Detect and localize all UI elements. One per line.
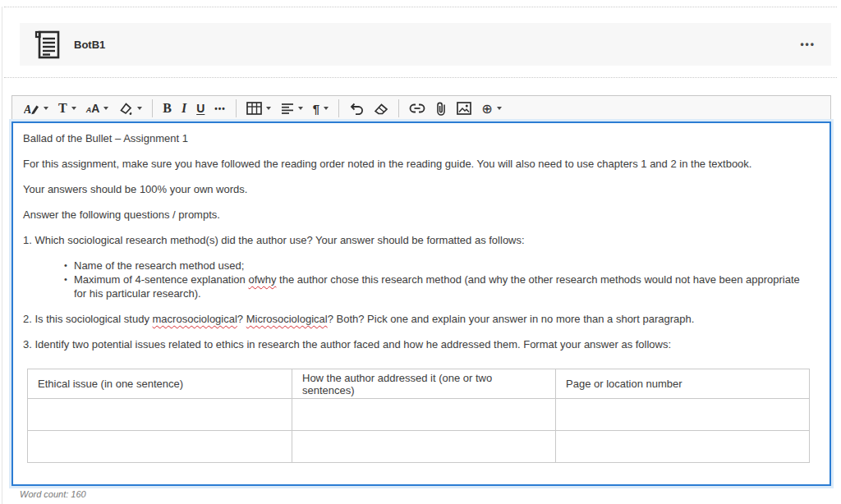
assignment-title-line: Ballad of the Bullet – Assignment 1 xyxy=(23,131,820,145)
font-family-icon: T xyxy=(58,101,67,116)
paragraph: Your answers should be 100% your own wor… xyxy=(23,182,820,196)
image-icon xyxy=(457,102,471,115)
question-2: 2. Is this sociological study macrosocio… xyxy=(23,312,820,326)
align-left-icon xyxy=(281,103,294,114)
table-empty-cell[interactable] xyxy=(28,431,292,463)
table-empty-cell[interactable] xyxy=(292,431,556,463)
chevron-down-icon xyxy=(71,107,76,110)
content-item-title: BotB1 xyxy=(74,39,105,51)
bold-button[interactable]: B xyxy=(158,97,177,120)
chevron-down-icon xyxy=(266,107,271,110)
chevron-down-icon xyxy=(44,107,48,110)
text-color-icon: A xyxy=(24,102,39,116)
list-item: Name of the research method used; xyxy=(64,259,807,273)
chevron-down-icon xyxy=(298,107,303,110)
insert-content-button[interactable]: ⊕ xyxy=(476,97,506,120)
text-color-button[interactable]: A xyxy=(19,97,53,120)
table-header-cell: Page or location number xyxy=(556,369,810,399)
paragraph: For this assignment, make sure you have … xyxy=(23,157,820,171)
editor-toolbar: A T AA B I xyxy=(11,95,831,121)
undo-icon xyxy=(349,103,364,115)
content-item-header: BotB1 ••• xyxy=(20,23,831,66)
remove-formatting-button[interactable] xyxy=(369,97,393,120)
question-1-bullet-list: Name of the research method used; Maximu… xyxy=(23,259,820,300)
more-options-icon: ••• xyxy=(214,104,226,113)
undo-button[interactable] xyxy=(344,97,369,120)
underline-button[interactable]: U xyxy=(191,97,209,120)
table-empty-cell[interactable] xyxy=(556,431,810,463)
left-edge-line xyxy=(2,7,2,504)
table-row xyxy=(28,399,810,431)
ethics-answer-table: Ethical issue (in one sentence) How the … xyxy=(27,369,810,463)
underline-icon: U xyxy=(196,102,205,115)
italic-button[interactable]: I xyxy=(177,97,191,120)
table-empty-cell[interactable] xyxy=(292,399,556,431)
toolbar-separator xyxy=(338,99,339,117)
document-icon xyxy=(34,29,62,60)
mid-dotted-divider xyxy=(4,77,837,78)
italic-icon: I xyxy=(182,101,186,116)
list-item: Maximum of 4-sentence explanation ofwhy … xyxy=(64,273,807,300)
paragraph: Answer the following questions / prompts… xyxy=(23,208,820,222)
pilcrow-icon: ¶ xyxy=(313,102,319,116)
highlight-color-button[interactable] xyxy=(113,97,147,120)
paperclip-icon xyxy=(435,101,447,116)
alignment-button[interactable] xyxy=(276,97,308,120)
question-3: 3. Identify two potential issues related… xyxy=(23,337,820,351)
insert-image-button[interactable] xyxy=(452,97,476,120)
table-empty-cell[interactable] xyxy=(556,399,810,431)
table-row xyxy=(28,431,810,463)
font-size-button[interactable]: AA xyxy=(81,97,114,120)
insert-link-button[interactable] xyxy=(404,97,430,120)
font-family-button[interactable]: T xyxy=(53,97,81,120)
paragraph-style-button[interactable]: ¶ xyxy=(308,97,333,120)
chevron-down-icon xyxy=(103,107,108,110)
insert-table-button[interactable] xyxy=(241,97,276,120)
more-formatting-button[interactable]: ••• xyxy=(209,97,231,120)
font-size-icon: AA xyxy=(86,101,100,116)
misspelled-word: ofwhy xyxy=(248,273,276,286)
rich-text-editor-content[interactable]: Ballad of the Bullet – Assignment 1 For … xyxy=(11,121,831,486)
misspelled-word: macrosociological xyxy=(153,313,237,325)
attach-file-button[interactable] xyxy=(430,97,452,120)
table-header-row: Ethical issue (in one sentence) How the … xyxy=(28,369,810,399)
item-options-menu-button[interactable]: ••• xyxy=(798,36,817,53)
word-count-label: Word count: 160 xyxy=(20,489,86,499)
highlight-icon xyxy=(118,102,133,116)
chevron-down-icon xyxy=(137,107,142,110)
toolbar-separator xyxy=(398,99,399,117)
toolbar-separator xyxy=(152,99,153,117)
top-dotted-divider xyxy=(4,7,837,7)
toolbar-separator xyxy=(236,99,237,117)
chevron-down-icon xyxy=(497,107,502,110)
plus-circle-icon: ⊕ xyxy=(481,101,492,117)
bold-icon: B xyxy=(163,101,172,116)
table-icon xyxy=(246,102,262,115)
chevron-down-icon xyxy=(324,107,329,110)
table-empty-cell[interactable] xyxy=(28,399,292,431)
misspelled-word: Microsociological xyxy=(246,313,328,325)
question-1: 1. Which sociological research method(s)… xyxy=(23,233,820,247)
table-header-cell: How the author addressed it (one or two … xyxy=(292,369,556,399)
link-icon xyxy=(409,103,425,113)
page: BotB1 ••• A T AA xyxy=(0,0,841,504)
svg-text:A: A xyxy=(24,103,31,116)
eraser-icon xyxy=(374,103,388,115)
table-header-cell: Ethical issue (in one sentence) xyxy=(28,369,292,399)
